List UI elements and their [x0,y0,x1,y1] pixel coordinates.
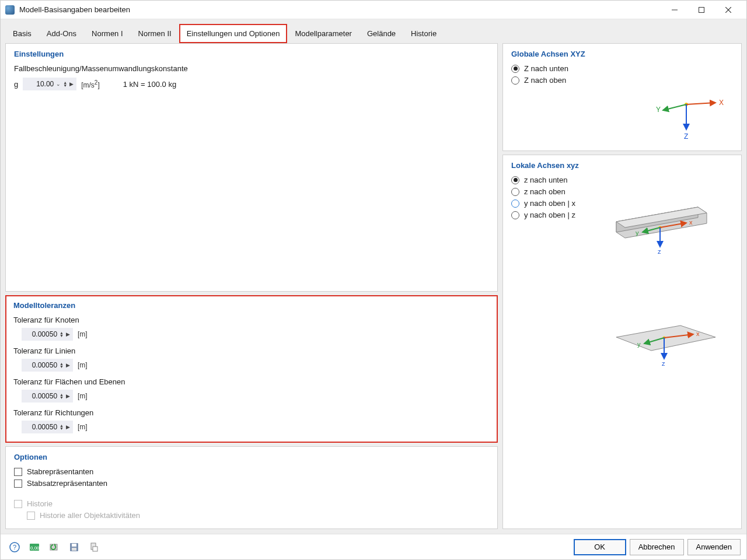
app-icon [5,5,15,15]
radio-label: Z nach oben [524,76,566,85]
tolerance-unit: [m] [78,330,88,338]
arrow-right-icon: ▶ [66,362,70,368]
help-button[interactable]: ? [6,540,23,555]
svg-line-5 [686,103,715,104]
dropdown-icon: ⌄ [56,81,61,87]
svg-text:y: y [636,229,639,236]
apply-button[interactable]: Anwenden [687,539,741,555]
option-1[interactable]: Stabsatzrepräsentanten [14,479,489,488]
window-title: Modell-Basisangaben bearbeiten [19,5,661,14]
tab-historie[interactable]: Historie [403,24,444,43]
option-label: Stabrepräsentanten [27,467,93,476]
svg-text:x: x [689,219,693,226]
tolerance-unit: [m] [78,392,88,400]
radio-label: z nach unten [524,176,567,184]
svg-text:?: ? [13,544,16,551]
clipboard-button[interactable] [86,540,102,555]
global-axis-option-0[interactable]: Z nach unten [511,64,733,73]
tab-einstellungen[interactable]: Einstellungen und Optionen [179,24,288,43]
radio-label: z nach oben [524,187,566,196]
tolerance-unit: [m] [78,423,88,431]
radio-icon [511,176,519,184]
tab-normen2[interactable]: Normen II [131,24,179,43]
svg-text:Y: Y [656,106,661,114]
checkbox-icon [27,512,35,520]
footer: ? 0,00 OK Abbrechen Anwenden [1,534,746,559]
surface-graphic: x y z [511,303,733,372]
spinner-icon: ▲▼ [60,331,64,337]
save-button[interactable] [66,540,82,555]
radio-label: y nach oben | z [524,211,575,219]
radio-icon [511,188,519,196]
tolerance-input[interactable]: 0.00050 ▲▼ ▶ [22,359,73,372]
option-label: Stabsatzrepräsentanten [27,479,107,488]
minimize-button[interactable] [661,1,688,19]
tolerance-input[interactable]: 0.00050 ▲▼ ▶ [22,390,73,402]
arrow-right-icon: ▶ [69,81,74,87]
svg-text:z: z [662,360,665,367]
option-label: Historie aller Objektaktivitäten [40,511,140,520]
spinner-icon: ▲▼ [60,424,64,430]
tab-basis[interactable]: Basis [5,24,39,43]
radio-icon [511,65,519,73]
panel-title-toleranzen: Modelltoleranzen [13,301,490,310]
panel-lokale-achsen: Lokale Achsen xyz z nach unten z nach ob… [502,155,742,529]
svg-rect-31 [72,544,76,547]
radio-icon [511,76,519,85]
tolerance-input[interactable]: 0.00050 ▲▼ ▶ [22,328,73,341]
maximize-button[interactable] [688,1,715,19]
g-input[interactable]: 10.00 ⌄ ▲▼ ▶ [23,78,76,90]
global-axis-option-1[interactable]: Z nach oben [511,76,733,85]
g-unit: [m/s2] [81,79,100,89]
tolerance-input[interactable]: 0.00050 ▲▼ ▶ [22,421,73,433]
arrow-right-icon: ▶ [66,393,70,399]
svg-text:Z: Z [684,132,688,141]
tab-modellparameter[interactable]: Modellparameter [287,24,359,43]
gravity-label: Fallbeschleunigung/Massenumwandlungskons… [14,64,489,73]
spinner-icon: ▲▼ [60,362,64,368]
tolerance-label: Toleranz für Linien [13,346,490,355]
panel-title-optionen: Optionen [14,453,489,461]
svg-line-7 [663,104,686,110]
refresh-button[interactable] [46,540,62,555]
option-2: Historie [14,499,489,508]
beam-graphic: x y z [511,187,733,256]
checkbox-icon [14,468,22,476]
local-axis-option-0[interactable]: z nach unten [511,176,733,184]
panel-title-local-axes: Lokale Achsen xyz [511,161,733,170]
option-3: Historie aller Objektaktivitäten [27,511,489,520]
panel-modelltoleranzen: Modelltoleranzen Toleranz für Knoten 0.0… [5,295,498,443]
svg-text:0,00: 0,00 [30,545,40,551]
radio-icon [511,211,519,219]
panel-title-global-axes: Globale Achsen XYZ [511,50,733,58]
tolerance-label: Toleranz für Knoten [13,316,490,324]
kn-equivalence: 1 kN = 100.0 kg [123,80,176,89]
ok-button[interactable]: OK [574,539,626,555]
units-button[interactable]: 0,00 [26,540,43,555]
tab-gelaende[interactable]: Gelände [359,24,403,43]
svg-text:z: z [658,248,661,254]
svg-text:y: y [637,341,641,348]
radio-icon [511,200,519,208]
radio-label: Z nach unten [524,64,568,73]
svg-rect-34 [93,547,97,551]
radio-label: y nach oben | x [524,199,575,208]
tabbar: Basis Add-Ons Normen I Normen II Einstel… [5,24,742,43]
global-axes-graphic: X Y Z [511,88,733,145]
panel-title-einstellungen: Einstellungen [14,50,489,58]
close-button[interactable] [715,1,742,19]
titlebar: Modell-Basisangaben bearbeiten [1,1,746,19]
tolerance-label: Toleranz für Richtungen [13,408,490,417]
tab-addons[interactable]: Add-Ons [39,24,84,43]
arrow-right-icon: ▶ [66,424,70,430]
cancel-button[interactable]: Abbrechen [630,539,684,555]
option-0[interactable]: Stabrepräsentanten [14,467,489,476]
tolerance-label: Toleranz für Flächen und Ebenen [13,377,490,386]
arrow-right-icon: ▶ [66,331,70,337]
panel-optionen: Optionen Stabrepräsentanten Stabsatzrepr… [5,446,498,529]
spinner-icon: ▲▼ [60,393,64,399]
checkbox-icon [14,480,22,488]
panel-globale-achsen: Globale Achsen XYZ Z nach unten Z nach o… [502,43,742,151]
svg-rect-1 [699,7,704,12]
tab-normen1[interactable]: Normen I [84,24,130,43]
